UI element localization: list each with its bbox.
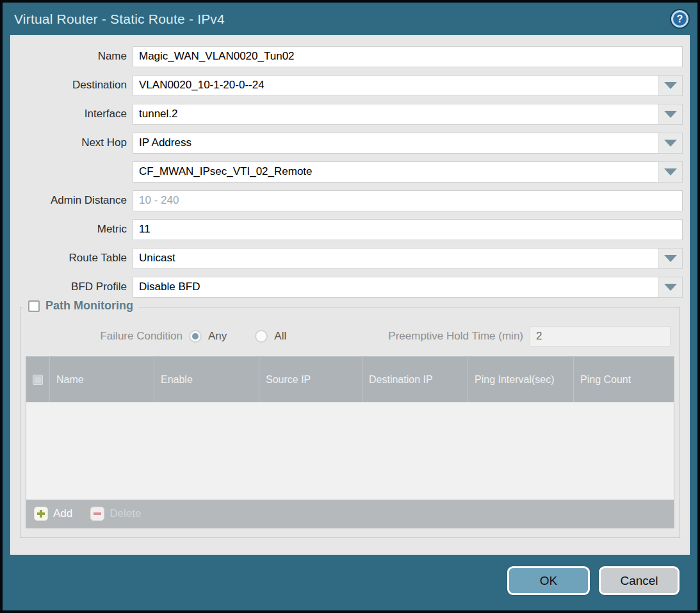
chevron-down-icon [664,111,677,118]
preemptive-hold-time-label: Preemptive Hold Time (min) [388,330,530,343]
table-select-all [26,357,50,402]
radio-any[interactable] [189,330,202,343]
failure-condition-label: Failure Condition [26,330,189,343]
delete-button-label: Delete [110,507,141,520]
admin-distance-input[interactable] [133,190,683,211]
name-input[interactable] [133,46,683,67]
radio-all-label: All [274,330,286,343]
form-row-route-table: Route Table [11,247,689,269]
delete-button[interactable]: Delete [90,507,141,521]
path-monitoring-table: Name Enable Source IP Destination IP Pin… [26,356,674,528]
destination-label: Destination [11,79,133,92]
chevron-down-icon [664,140,677,147]
chevron-down-icon [664,284,677,291]
bfd-profile-input[interactable] [133,277,659,298]
form-row-metric: Metric [11,218,689,240]
path-monitoring-section: Path Monitoring Failure Condition Any Al… [20,307,680,538]
form-row-next-hop: Next Hop [11,132,689,154]
interface-dropdown-button[interactable] [659,104,683,125]
radio-all[interactable] [255,330,268,343]
next-hop-address-input[interactable] [133,161,659,183]
next-hop-combo [133,133,683,154]
static-route-dialog: Virtual Router - Static Route - IPv4 ? N… [3,3,697,610]
column-header-destination-ip: Destination IP [362,357,468,402]
metric-label: Metric [11,223,133,236]
column-header-source-ip: Source IP [259,357,362,402]
chevron-down-icon [664,82,677,89]
route-table-dropdown-button[interactable] [659,248,683,269]
interface-input[interactable] [133,104,659,125]
next-hop-address-dropdown-button[interactable] [659,161,683,183]
dialog-title: Virtual Router - Static Route - IPv4 [14,12,225,27]
next-hop-type-input[interactable] [133,133,659,154]
failure-condition-any: Any [189,330,227,343]
preemptive-hold-time-input[interactable] [530,326,671,347]
path-monitoring-legend: Path Monitoring [23,299,138,313]
column-header-name: Name [50,357,154,402]
chevron-down-icon [664,168,677,176]
bfd-profile-combo [133,277,683,298]
dialog-content: Name Destination Interface [10,35,690,555]
path-monitoring-title: Path Monitoring [45,299,133,313]
dialog-footer: OK Cancel [3,555,697,610]
plus-icon [34,507,48,521]
form-row-admin-distance: Admin Distance [11,190,689,211]
form-row-name: Name [11,45,689,67]
select-all-checkbox[interactable] [33,375,43,385]
add-button[interactable]: Add [34,507,72,521]
metric-input[interactable] [133,219,683,240]
route-table-input[interactable] [133,248,659,269]
path-monitoring-checkbox[interactable] [28,300,40,312]
route-table-label: Route Table [11,252,133,265]
column-header-ping-count: Ping Count [574,357,674,402]
screen: Virtual Router - Static Route - IPv4 ? N… [0,0,700,613]
name-label: Name [11,50,133,63]
add-button-label: Add [53,507,72,520]
minus-icon [90,507,104,521]
column-header-enable: Enable [154,357,259,402]
table-toolbar: Add Delete [26,500,674,528]
failure-condition-all: All [255,330,286,343]
column-header-ping-interval: Ping Interval(sec) [468,357,574,402]
destination-input[interactable] [133,75,659,96]
failure-condition-row: Failure Condition Any All Preemptive Hol… [26,325,671,347]
next-hop-label: Next Hop [11,136,133,149]
bfd-profile-dropdown-button[interactable] [659,277,683,298]
table-header: Name Enable Source IP Destination IP Pin… [26,357,674,402]
bfd-profile-label: BFD Profile [11,281,133,293]
admin-distance-label: Admin Distance [11,194,133,207]
form-row-destination: Destination [11,74,689,96]
chevron-down-icon [664,255,677,262]
form-row-bfd-profile: BFD Profile [11,276,689,298]
cancel-button[interactable]: Cancel [599,566,680,595]
next-hop-dropdown-button[interactable] [659,133,683,154]
table-body-empty [26,402,674,500]
ok-button[interactable]: OK [507,566,590,595]
title-bar: Virtual Router - Static Route - IPv4 ? [3,3,697,35]
destination-dropdown-button[interactable] [659,75,683,96]
form-row-interface: Interface [11,103,689,125]
help-icon[interactable]: ? [671,10,688,28]
interface-label: Interface [11,108,133,120]
destination-combo [133,75,683,96]
form-row-next-hop-address [11,161,689,183]
route-table-combo [133,248,683,269]
radio-any-label: Any [208,330,227,343]
next-hop-address-combo [133,161,683,183]
interface-combo [133,104,683,125]
